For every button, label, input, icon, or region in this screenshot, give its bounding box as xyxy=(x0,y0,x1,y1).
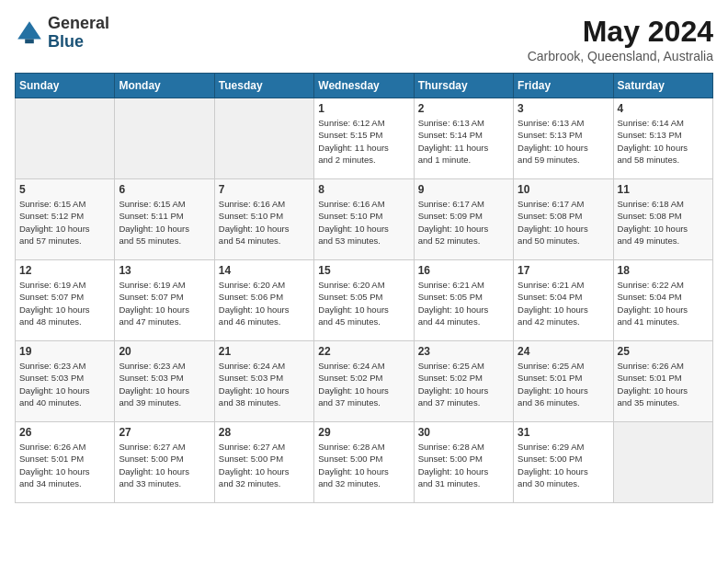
day-info: Sunrise: 6:24 AM Sunset: 5:02 PM Dayligh… xyxy=(318,360,409,408)
day-number: 21 xyxy=(219,345,310,358)
week-row-1: 5Sunrise: 6:15 AM Sunset: 5:12 PM Daylig… xyxy=(16,179,713,260)
day-number: 5 xyxy=(19,183,110,196)
day-info: Sunrise: 6:23 AM Sunset: 5:03 PM Dayligh… xyxy=(119,360,210,408)
page-header: General Blue May 2024 Carbrook, Queensla… xyxy=(15,15,713,63)
calendar-cell: 30Sunrise: 6:28 AM Sunset: 5:00 PM Dayli… xyxy=(414,422,513,503)
day-number: 25 xyxy=(618,345,709,358)
day-info: Sunrise: 6:13 AM Sunset: 5:13 PM Dayligh… xyxy=(518,117,609,166)
day-number: 28 xyxy=(219,426,310,439)
header-wednesday: Wednesday xyxy=(314,74,414,98)
location: Carbrook, Queensland, Australia xyxy=(528,49,713,63)
day-number: 24 xyxy=(518,345,609,358)
day-number: 6 xyxy=(119,183,210,196)
week-row-3: 19Sunrise: 6:23 AM Sunset: 5:03 PM Dayli… xyxy=(16,341,713,422)
header-row: SundayMondayTuesdayWednesdayThursdayFrid… xyxy=(16,74,713,98)
calendar-cell: 26Sunrise: 6:26 AM Sunset: 5:01 PM Dayli… xyxy=(16,422,115,503)
calendar-cell: 18Sunrise: 6:22 AM Sunset: 5:04 PM Dayli… xyxy=(613,260,712,341)
week-row-4: 26Sunrise: 6:26 AM Sunset: 5:01 PM Dayli… xyxy=(16,422,713,503)
calendar-cell: 3Sunrise: 6:13 AM Sunset: 5:13 PM Daylig… xyxy=(514,98,613,179)
calendar-cell: 29Sunrise: 6:28 AM Sunset: 5:00 PM Dayli… xyxy=(314,422,414,503)
logo-icon xyxy=(15,18,44,48)
calendar-cell: 13Sunrise: 6:19 AM Sunset: 5:07 PM Dayli… xyxy=(115,260,214,341)
calendar-cell: 5Sunrise: 6:15 AM Sunset: 5:12 PM Daylig… xyxy=(16,179,115,260)
calendar-cell: 21Sunrise: 6:24 AM Sunset: 5:03 PM Dayli… xyxy=(214,341,313,422)
day-number: 22 xyxy=(318,345,409,358)
day-number: 16 xyxy=(418,264,509,277)
day-info: Sunrise: 6:22 AM Sunset: 5:04 PM Dayligh… xyxy=(618,279,709,327)
calendar-cell: 28Sunrise: 6:27 AM Sunset: 5:00 PM Dayli… xyxy=(214,422,313,503)
svg-marker-0 xyxy=(17,21,41,39)
calendar-cell: 11Sunrise: 6:18 AM Sunset: 5:08 PM Dayli… xyxy=(613,179,712,260)
calendar-header: SundayMondayTuesdayWednesdayThursdayFrid… xyxy=(16,74,713,98)
header-sunday: Sunday xyxy=(16,74,115,98)
calendar-cell xyxy=(214,98,313,179)
calendar-cell: 22Sunrise: 6:24 AM Sunset: 5:02 PM Dayli… xyxy=(314,341,414,422)
day-number: 13 xyxy=(119,264,210,277)
month-year: May 2024 xyxy=(528,15,713,49)
calendar-cell: 1Sunrise: 6:12 AM Sunset: 5:15 PM Daylig… xyxy=(314,98,414,179)
day-info: Sunrise: 6:15 AM Sunset: 5:11 PM Dayligh… xyxy=(119,198,210,247)
day-info: Sunrise: 6:26 AM Sunset: 5:01 PM Dayligh… xyxy=(19,441,110,489)
calendar-cell: 19Sunrise: 6:23 AM Sunset: 5:03 PM Dayli… xyxy=(16,341,115,422)
day-info: Sunrise: 6:18 AM Sunset: 5:08 PM Dayligh… xyxy=(618,198,709,247)
day-info: Sunrise: 6:21 AM Sunset: 5:05 PM Dayligh… xyxy=(418,279,509,327)
header-friday: Friday xyxy=(514,74,613,98)
day-number: 20 xyxy=(119,345,210,358)
header-saturday: Saturday xyxy=(613,74,712,98)
day-number: 9 xyxy=(418,183,509,196)
calendar-cell: 12Sunrise: 6:19 AM Sunset: 5:07 PM Dayli… xyxy=(16,260,115,341)
day-number: 26 xyxy=(19,426,110,439)
day-info: Sunrise: 6:15 AM Sunset: 5:12 PM Dayligh… xyxy=(19,198,110,247)
logo: General Blue xyxy=(15,15,109,52)
calendar-cell: 7Sunrise: 6:16 AM Sunset: 5:10 PM Daylig… xyxy=(214,179,313,260)
logo-blue: Blue xyxy=(48,33,109,52)
calendar-cell: 14Sunrise: 6:20 AM Sunset: 5:06 PM Dayli… xyxy=(214,260,313,341)
day-info: Sunrise: 6:20 AM Sunset: 5:06 PM Dayligh… xyxy=(219,279,310,327)
day-info: Sunrise: 6:25 AM Sunset: 5:01 PM Dayligh… xyxy=(518,360,609,408)
day-info: Sunrise: 6:17 AM Sunset: 5:09 PM Dayligh… xyxy=(418,198,509,247)
day-number: 4 xyxy=(618,102,709,115)
calendar-cell: 6Sunrise: 6:15 AM Sunset: 5:11 PM Daylig… xyxy=(115,179,214,260)
day-info: Sunrise: 6:16 AM Sunset: 5:10 PM Dayligh… xyxy=(318,198,409,247)
calendar-cell: 9Sunrise: 6:17 AM Sunset: 5:09 PM Daylig… xyxy=(414,179,513,260)
header-thursday: Thursday xyxy=(414,74,513,98)
day-info: Sunrise: 6:25 AM Sunset: 5:02 PM Dayligh… xyxy=(418,360,509,408)
day-number: 8 xyxy=(318,183,409,196)
day-number: 12 xyxy=(19,264,110,277)
day-info: Sunrise: 6:24 AM Sunset: 5:03 PM Dayligh… xyxy=(219,360,310,408)
day-number: 3 xyxy=(518,102,609,115)
day-info: Sunrise: 6:27 AM Sunset: 5:00 PM Dayligh… xyxy=(219,441,310,489)
calendar-cell: 23Sunrise: 6:25 AM Sunset: 5:02 PM Dayli… xyxy=(414,341,513,422)
logo-text: General Blue xyxy=(48,15,109,52)
logo-general: General xyxy=(48,15,109,33)
calendar-body: 1Sunrise: 6:12 AM Sunset: 5:15 PM Daylig… xyxy=(16,98,713,503)
day-number: 11 xyxy=(618,183,709,196)
calendar-cell: 15Sunrise: 6:20 AM Sunset: 5:05 PM Dayli… xyxy=(314,260,414,341)
day-info: Sunrise: 6:28 AM Sunset: 5:00 PM Dayligh… xyxy=(318,441,409,489)
day-info: Sunrise: 6:16 AM Sunset: 5:10 PM Dayligh… xyxy=(219,198,310,247)
day-number: 17 xyxy=(518,264,609,277)
day-number: 7 xyxy=(219,183,310,196)
calendar-cell: 25Sunrise: 6:26 AM Sunset: 5:01 PM Dayli… xyxy=(613,341,712,422)
calendar-cell xyxy=(613,422,712,503)
calendar-cell: 10Sunrise: 6:17 AM Sunset: 5:08 PM Dayli… xyxy=(514,179,613,260)
calendar-cell xyxy=(16,98,115,179)
day-info: Sunrise: 6:21 AM Sunset: 5:04 PM Dayligh… xyxy=(518,279,609,327)
day-info: Sunrise: 6:27 AM Sunset: 5:00 PM Dayligh… xyxy=(119,441,210,489)
day-number: 10 xyxy=(518,183,609,196)
day-number: 23 xyxy=(418,345,509,358)
day-number: 1 xyxy=(318,102,409,115)
calendar-cell: 27Sunrise: 6:27 AM Sunset: 5:00 PM Dayli… xyxy=(115,422,214,503)
day-info: Sunrise: 6:14 AM Sunset: 5:13 PM Dayligh… xyxy=(618,117,709,166)
week-row-0: 1Sunrise: 6:12 AM Sunset: 5:15 PM Daylig… xyxy=(16,98,713,179)
calendar-cell: 2Sunrise: 6:13 AM Sunset: 5:14 PM Daylig… xyxy=(414,98,513,179)
day-info: Sunrise: 6:23 AM Sunset: 5:03 PM Dayligh… xyxy=(19,360,110,408)
calendar-cell: 4Sunrise: 6:14 AM Sunset: 5:13 PM Daylig… xyxy=(613,98,712,179)
day-number: 19 xyxy=(19,345,110,358)
day-number: 27 xyxy=(119,426,210,439)
day-info: Sunrise: 6:28 AM Sunset: 5:00 PM Dayligh… xyxy=(418,441,509,489)
day-number: 2 xyxy=(418,102,509,115)
calendar-cell: 20Sunrise: 6:23 AM Sunset: 5:03 PM Dayli… xyxy=(115,341,214,422)
calendar-cell: 17Sunrise: 6:21 AM Sunset: 5:04 PM Dayli… xyxy=(514,260,613,341)
svg-rect-1 xyxy=(25,39,34,43)
